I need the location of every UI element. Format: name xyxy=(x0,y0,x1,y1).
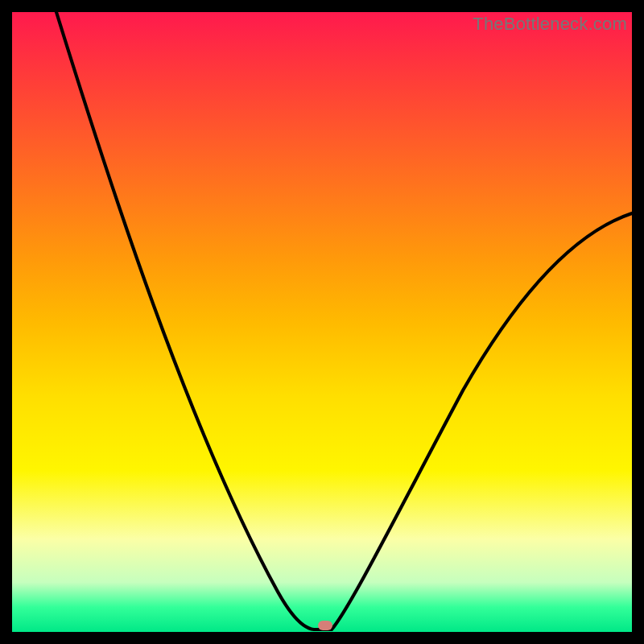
curve-path xyxy=(56,12,632,630)
optimum-marker xyxy=(318,621,332,630)
gradient-plot-area: TheBottleneck.com xyxy=(12,12,632,632)
bottleneck-curve xyxy=(12,12,632,632)
